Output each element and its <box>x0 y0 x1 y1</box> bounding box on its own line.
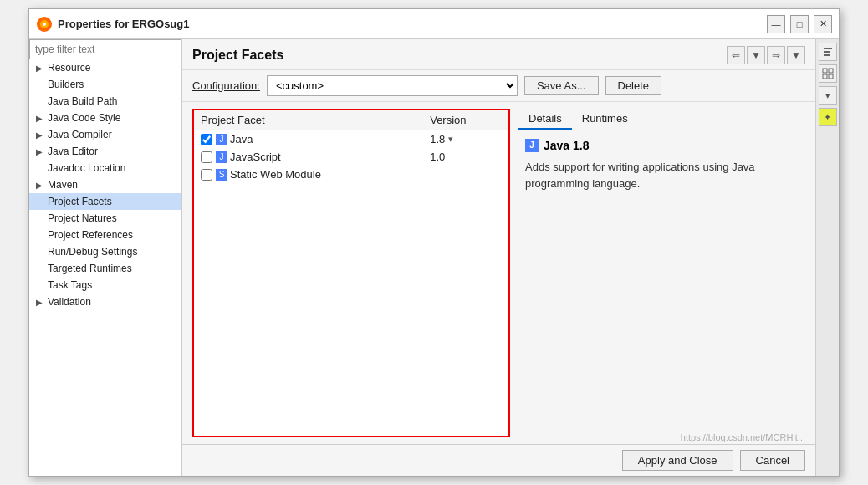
facet-java-label: Java <box>230 133 253 146</box>
table-row: J Java 1.8 ▾ <box>194 130 508 149</box>
nav-forward-dropdown[interactable]: ▼ <box>787 46 805 64</box>
facet-java-icon: J <box>216 134 227 146</box>
main-area: ▶ Resource Builders Java Build Path ▶ Ja… <box>29 39 839 476</box>
details-java-title-text: Java 1.8 <box>544 139 590 152</box>
edge-special-button[interactable]: ✦ <box>819 108 837 126</box>
edge-grid-button[interactable] <box>819 64 837 83</box>
sidebar-item-label: Javadoc Location <box>48 162 125 174</box>
facet-js-icon: J <box>216 151 227 163</box>
svg-rect-3 <box>824 48 832 49</box>
sidebar-item-javadoc[interactable]: Javadoc Location <box>29 160 181 176</box>
svg-rect-8 <box>823 74 827 79</box>
sidebar-item-maven[interactable]: ▶ Maven <box>29 176 181 193</box>
app-icon <box>36 16 53 33</box>
sidebar-item-label: Task Tags <box>48 279 92 291</box>
sidebar-item-java-code-style[interactable]: ▶ Java Code Style <box>29 110 181 126</box>
filter-input[interactable] <box>29 39 181 59</box>
maximize-button[interactable]: □ <box>790 15 809 33</box>
facet-static-icon: S <box>216 169 227 181</box>
static-web-checkbox[interactable] <box>201 169 212 181</box>
java-version-dropdown[interactable]: ▾ <box>448 134 453 145</box>
close-button[interactable]: ✕ <box>814 15 832 33</box>
config-select[interactable]: <custom> <box>267 75 518 96</box>
save-as-button[interactable]: Save As... <box>524 76 599 95</box>
details-description: Adds support for writing applications us… <box>525 159 799 191</box>
expand-spacer <box>36 248 48 257</box>
config-label: Configuration: <box>192 79 260 92</box>
sidebar-item-targeted-runtimes[interactable]: Targeted Runtimes <box>29 260 181 277</box>
sidebar-item-resource[interactable]: ▶ Resource <box>29 59 181 76</box>
tab-runtimes[interactable]: Runtimes <box>572 109 638 130</box>
edge-expand-button[interactable]: ▾ <box>819 86 837 105</box>
expand-spacer <box>36 264 48 273</box>
expand-spacer <box>36 164 48 173</box>
sidebar-item-label: Java Code Style <box>48 112 120 124</box>
sidebar-item-validation[interactable]: ▶ Validation <box>29 294 181 310</box>
sidebar-item-java-build-path[interactable]: Java Build Path <box>29 93 181 110</box>
sidebar-item-task-tags[interactable]: Task Tags <box>29 277 181 294</box>
facet-table: Project Facet Version J <box>194 110 508 183</box>
tab-details[interactable]: Details <box>518 109 572 130</box>
expand-spacer <box>36 281 48 290</box>
facet-js-label: JavaScript <box>230 151 281 163</box>
edge-outline-button[interactable] <box>819 43 837 61</box>
expand-arrow-icon: ▶ <box>36 147 48 156</box>
java-checkbox[interactable] <box>201 134 212 146</box>
minimize-button[interactable]: — <box>767 15 785 33</box>
right-panel: Project Facets ⇐ ▼ ⇒ ▼ Configuration: <c… <box>182 39 815 476</box>
sidebar-item-project-references[interactable]: Project References <box>29 227 181 243</box>
config-row: Configuration: <custom> Save As... Delet… <box>182 70 815 102</box>
cancel-button[interactable]: Cancel <box>740 450 805 471</box>
facet-name-cell-static: S Static Web Module <box>194 166 423 183</box>
nav-forward-button[interactable]: ⇒ <box>767 46 785 64</box>
sidebar-item-builders[interactable]: Builders <box>29 76 181 93</box>
window-title: Properties for ERGOsug1 <box>58 18 767 30</box>
properties-dialog: Properties for ERGOsug1 — □ ✕ ▶ Resource… <box>28 8 840 477</box>
sidebar-item-label: Validation <box>48 296 91 308</box>
expand-arrow-icon: ▶ <box>36 130 48 140</box>
expand-arrow-icon: ▶ <box>36 298 48 307</box>
panel-header: Project Facets ⇐ ▼ ⇒ ▼ <box>182 39 815 70</box>
details-panel: Details Runtimes J Java 1.8 Adds support… <box>518 109 805 437</box>
java-version-value: 1.8 <box>430 133 445 146</box>
javascript-checkbox[interactable] <box>201 151 212 163</box>
facet-name-cell-js: J JavaScript <box>194 148 423 166</box>
table-row: S Static Web Module <box>194 166 508 183</box>
title-bar: Properties for ERGOsug1 — □ ✕ <box>29 9 839 39</box>
expand-arrow-icon: ▶ <box>36 181 48 190</box>
sidebar-item-label: Builders <box>48 79 84 90</box>
sidebar-item-label: Java Build Path <box>48 95 117 107</box>
panel-nav-icons: ⇐ ▼ ⇒ ▼ <box>727 46 805 64</box>
col-facet-header: Project Facet <box>194 110 423 130</box>
sidebar-item-label: Project Facets <box>48 196 112 207</box>
sidebar-item-label: Project Natures <box>48 212 117 224</box>
expand-spacer <box>36 214 48 223</box>
apply-close-button[interactable]: Apply and Close <box>622 450 733 471</box>
window-controls: — □ ✕ <box>767 15 832 33</box>
sidebar-item-label: Resource <box>48 62 90 74</box>
svg-rect-6 <box>823 69 827 73</box>
details-java-title: J Java 1.8 <box>525 139 799 152</box>
js-version-value: 1.0 <box>430 151 445 163</box>
svg-rect-7 <box>829 69 833 73</box>
watermark: https://blog.csdn.net/MCRHit... <box>681 432 805 442</box>
facets-content: Project Facet Version J <box>182 102 815 444</box>
nav-back-button[interactable]: ⇐ <box>727 46 745 64</box>
svg-rect-5 <box>824 54 830 56</box>
facet-name-cell-java: J Java <box>194 130 423 149</box>
edge-panel: ▾ ✦ <box>815 39 839 476</box>
details-java-icon: J <box>525 139 539 152</box>
sidebar-item-java-compiler[interactable]: ▶ Java Compiler <box>29 126 181 143</box>
sidebar-item-run-debug[interactable]: Run/Debug Settings <box>29 243 181 260</box>
table-row: J JavaScript 1.0 <box>194 148 508 166</box>
details-body: J Java 1.8 Adds support for writing appl… <box>518 130 805 437</box>
expand-arrow-icon: ▶ <box>36 114 48 123</box>
facet-table-container: Project Facet Version J <box>192 109 510 437</box>
sidebar-item-java-editor[interactable]: ▶ Java Editor <box>29 143 181 160</box>
sidebar-item-project-natures[interactable]: Project Natures <box>29 210 181 227</box>
delete-button[interactable]: Delete <box>605 76 662 95</box>
nav-back-dropdown[interactable]: ▼ <box>747 46 765 64</box>
sidebar-item-project-facets[interactable]: Project Facets <box>29 193 181 210</box>
expand-spacer <box>36 231 48 240</box>
panel-title: Project Facets <box>192 48 283 63</box>
